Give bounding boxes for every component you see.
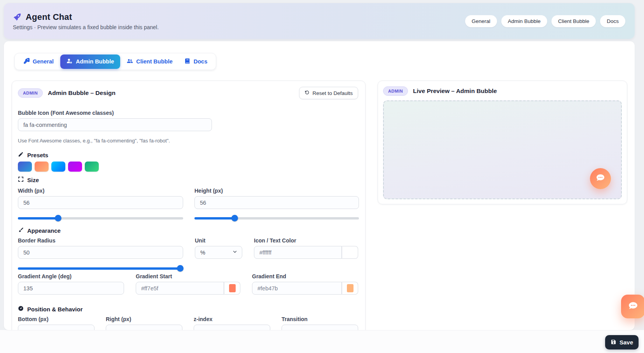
border-radius-slider[interactable]	[18, 265, 183, 272]
preview-title: Live Preview – Admin Bubble	[413, 88, 497, 95]
users-icon	[127, 58, 133, 65]
border-radius-input[interactable]	[18, 246, 183, 259]
user-gear-icon	[66, 58, 73, 65]
chevron-down-icon	[232, 249, 238, 256]
position-behavior-heading: Position & Behavior	[18, 306, 358, 313]
transition-input[interactable]	[282, 325, 358, 330]
presets-heading: Presets	[18, 151, 358, 158]
reset-to-defaults-button[interactable]: Reset to Defaults	[299, 87, 358, 99]
preset-swatch-cyan-blue[interactable]	[51, 162, 65, 172]
bubble-icon-input[interactable]	[18, 118, 212, 131]
gradient-angle-label: Gradient Angle (deg)	[18, 273, 124, 279]
tab-general[interactable]: General	[18, 55, 59, 68]
width-input[interactable]	[18, 196, 183, 209]
height-slider-thumb[interactable]	[231, 215, 238, 221]
admin-badge-preview: ADMIN	[383, 86, 408, 96]
height-label: Height (px)	[194, 188, 359, 194]
tab-admin-bubble[interactable]: Admin Bubble	[60, 54, 120, 69]
nav-pill-client-bubble[interactable]: Client Bubble	[551, 15, 596, 27]
width-slider-thumb[interactable]	[55, 215, 61, 221]
tab-docs[interactable]: Docs	[179, 55, 212, 68]
expand-icon	[18, 176, 24, 183]
admin-design-panel: ADMIN Admin Bubble – Design Reset to Def…	[12, 81, 366, 330]
comment-icon	[596, 173, 605, 184]
icon-text-color-picker[interactable]	[342, 246, 358, 259]
brush-icon	[18, 227, 24, 234]
save-button[interactable]: Save	[605, 335, 639, 349]
nav-pill-general[interactable]: General	[465, 15, 497, 27]
floppy-icon	[611, 339, 616, 346]
header-nav: General Admin Bubble Client Bubble Docs	[465, 15, 625, 27]
nav-pill-admin-bubble[interactable]: Admin Bubble	[501, 15, 547, 27]
gradient-start-label: Gradient Start	[136, 273, 240, 279]
gradient-end-input[interactable]	[252, 282, 342, 295]
gradient-start-color-picker[interactable]	[224, 282, 240, 295]
preview-chat-bubble[interactable]	[590, 168, 611, 189]
app-header: Agent Chat Settings · Preview simulates …	[4, 3, 635, 39]
unit-select[interactable]: %	[195, 246, 242, 259]
panel-title: Admin Bubble – Design	[48, 90, 116, 97]
tab-client-bubble[interactable]: Client Bubble	[122, 55, 177, 68]
key-icon	[23, 58, 30, 65]
bubble-icon-label: Bubble Icon (Font Awesome classes)	[18, 110, 358, 116]
compass-icon	[18, 306, 24, 313]
pen-icon	[18, 151, 24, 158]
gradient-end-label: Gradient End	[252, 273, 358, 279]
icon-text-color-label: Icon / Text Color	[254, 237, 358, 244]
right-px-input[interactable]	[106, 325, 182, 330]
border-radius-label: Border Radius	[18, 237, 183, 244]
bottom-px-input[interactable]	[18, 325, 94, 330]
width-label: Width (px)	[18, 188, 183, 194]
tab-bar: General Admin Bubble Client Bubble Docs	[14, 53, 216, 70]
height-input[interactable]	[194, 196, 359, 209]
unit-label: Unit	[195, 237, 242, 244]
rocket-icon	[13, 12, 22, 21]
z-index-input[interactable]	[194, 325, 270, 330]
height-slider[interactable]	[194, 215, 359, 221]
gradient-end-color-picker[interactable]	[342, 282, 358, 295]
gradient-start-input[interactable]	[136, 282, 224, 295]
width-slider[interactable]	[18, 215, 183, 221]
main-content: General Admin Bubble Client Bubble Docs …	[4, 41, 635, 330]
undo-icon	[304, 90, 310, 96]
app-header-left: Agent Chat Settings · Preview simulates …	[13, 12, 159, 30]
size-heading: Size	[18, 176, 358, 183]
nav-pill-docs[interactable]: Docs	[600, 15, 625, 27]
appearance-heading: Appearance	[18, 227, 358, 234]
admin-badge: ADMIN	[18, 88, 43, 98]
app-subtitle: Settings · Preview simulates a fixed bub…	[13, 24, 159, 30]
z-index-label: z-index	[194, 316, 270, 322]
floating-chat-bubble[interactable]	[621, 295, 644, 318]
preset-swatch-indigo-blue[interactable]	[18, 162, 32, 172]
comment-icon	[628, 301, 638, 313]
border-radius-slider-thumb[interactable]	[177, 265, 184, 272]
bubble-icon-help: Use Font Awesome classes, e.g., "fa fa-c…	[18, 138, 358, 144]
app-title: Agent Chat	[26, 12, 72, 22]
preset-swatch-orange[interactable]	[35, 162, 49, 172]
icon-text-color-input[interactable]	[254, 246, 342, 259]
preview-canvas	[383, 100, 622, 199]
preset-swatch-purple[interactable]	[68, 162, 82, 172]
transition-label: Transition	[282, 316, 358, 322]
preset-swatches	[18, 162, 358, 172]
bottom-px-label: Bottom (px)	[18, 316, 94, 322]
preset-swatch-green[interactable]	[85, 162, 99, 172]
right-px-label: Right (px)	[106, 316, 182, 322]
live-preview-panel: ADMIN Live Preview – Admin Bubble	[378, 81, 627, 204]
book-icon	[184, 58, 191, 65]
gradient-angle-input[interactable]	[18, 282, 124, 295]
